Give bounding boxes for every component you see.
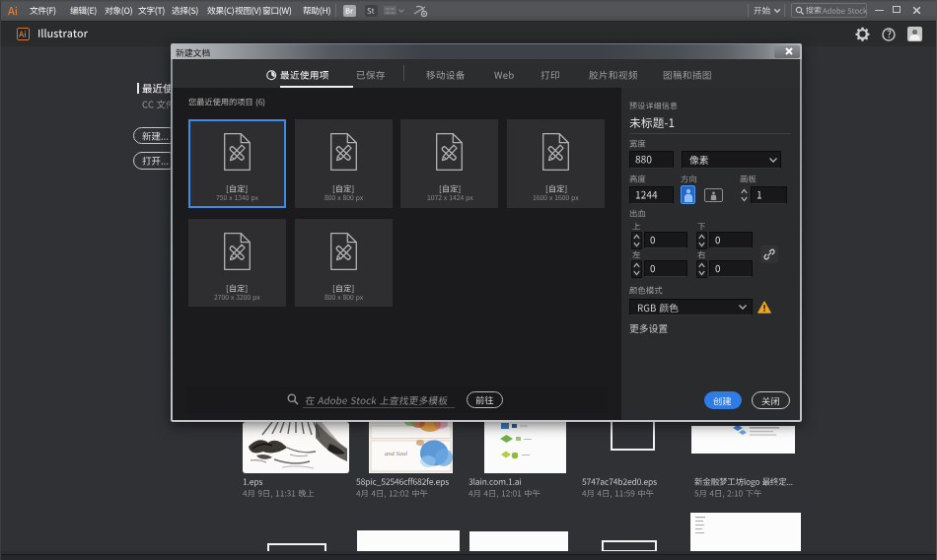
svg-text:and Soul: and Soul [385, 450, 407, 456]
